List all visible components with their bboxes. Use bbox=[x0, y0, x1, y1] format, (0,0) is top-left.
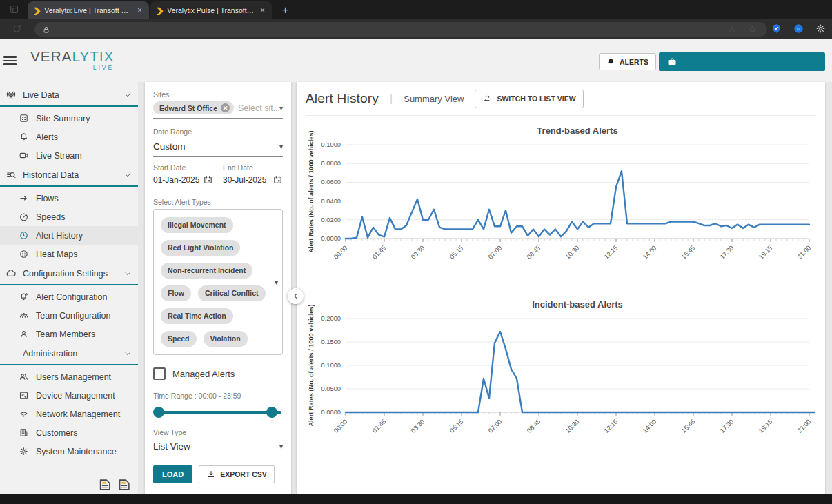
sidebar-item-alert-history[interactable]: Alert History bbox=[0, 226, 138, 245]
favorites-star-icon[interactable] bbox=[747, 24, 757, 34]
c-extension-icon[interactable]: c bbox=[793, 23, 804, 34]
flows-icon bbox=[19, 193, 29, 203]
sidebar-item-team-configuration[interactable]: Team Configuration bbox=[0, 306, 138, 325]
svg-text:19:15: 19:15 bbox=[757, 418, 774, 434]
briefcase-icon bbox=[667, 57, 677, 67]
sidebar-item-speeds[interactable]: Speeds bbox=[0, 208, 138, 226]
sidebar-section-label: Live Data bbox=[23, 90, 117, 100]
sidebar-section-administration[interactable]: Administration bbox=[0, 343, 138, 364]
sidebar-item-alert-configuration[interactable]: Alert Configuration bbox=[0, 288, 138, 306]
svg-text:21:00: 21:00 bbox=[796, 418, 813, 434]
sites-select[interactable]: Edward St Office ✕ Select sit... ▾ bbox=[153, 101, 283, 119]
sidebar-item-live-stream[interactable]: Live Stream bbox=[0, 146, 138, 165]
sites-placeholder: Select sit... bbox=[238, 103, 279, 113]
slider-handle-start[interactable] bbox=[153, 407, 164, 418]
view-type-label: View Type bbox=[153, 428, 283, 436]
sidebar-item-customers[interactable]: Customers bbox=[0, 423, 138, 442]
sidebar-item-device-management[interactable]: Device Management bbox=[0, 386, 138, 405]
slider-handle-end[interactable] bbox=[266, 407, 277, 418]
sidebar-item-label: Flows bbox=[36, 194, 59, 203]
chevron-down-icon[interactable]: ▾ bbox=[275, 279, 278, 286]
sidebar-section-configuration-settings[interactable]: Configuration Settings bbox=[0, 263, 138, 284]
svg-text:08:45: 08:45 bbox=[526, 418, 542, 434]
sidebar-item-heat-maps[interactable]: Heat Maps bbox=[0, 245, 138, 263]
sidebar-item-label: Alert Configuration bbox=[36, 292, 108, 302]
collapse-panel-button[interactable] bbox=[288, 288, 304, 304]
date-range-select[interactable]: Custom ▾ bbox=[153, 139, 283, 157]
sidebar-item-users-management[interactable]: Users Management bbox=[0, 367, 138, 386]
sidebar-item-label: Team Configuration bbox=[36, 311, 110, 321]
start-date-field[interactable]: 01-Jan-2025 bbox=[153, 174, 213, 188]
end-date-field[interactable]: 30-Jul-2025 bbox=[223, 174, 283, 188]
tab-close-icon[interactable]: × bbox=[259, 6, 266, 15]
svg-text:10:30: 10:30 bbox=[564, 244, 581, 261]
site-summary-icon bbox=[19, 113, 29, 123]
chevron-down-icon: ▾ bbox=[279, 104, 283, 112]
chart-title: Trend-based Alerts bbox=[346, 125, 809, 139]
tab-workspaces-icon[interactable] bbox=[8, 3, 20, 15]
chevron-down-icon bbox=[123, 349, 132, 359]
export-csv-button[interactable]: EXPORT CSV bbox=[199, 465, 275, 483]
shield-extension-icon[interactable] bbox=[771, 23, 782, 34]
sidebar-item-label: Live Stream bbox=[36, 151, 82, 161]
sim-card-icon[interactable] bbox=[97, 477, 112, 492]
sidebar-section-label: Configuration Settings bbox=[23, 269, 117, 279]
slider-track[interactable] bbox=[155, 411, 281, 414]
sidebar-item-network-management[interactable]: Network Management bbox=[0, 405, 138, 423]
network-management-icon bbox=[19, 409, 29, 419]
remove-site-icon[interactable]: ✕ bbox=[221, 103, 230, 112]
alert-type-chip-flow[interactable]: Flow bbox=[161, 285, 191, 301]
alert-type-chip-speed[interactable]: Speed bbox=[161, 331, 197, 347]
sidebar-item-label: Customers bbox=[36, 428, 77, 438]
view-mode-label: Summary View bbox=[404, 94, 464, 104]
sidebar-item-site-summary[interactable]: Site Summary bbox=[0, 109, 138, 128]
section-underline bbox=[0, 185, 138, 187]
sidebar-item-alerts[interactable]: Alerts bbox=[0, 128, 138, 146]
svg-text:15:45: 15:45 bbox=[680, 418, 697, 434]
sidebar-item-label: Device Management bbox=[36, 391, 115, 401]
users-management-icon bbox=[19, 372, 29, 382]
alert-type-chip-real-time-action[interactable]: Real Time Action bbox=[161, 308, 233, 324]
browser-tab[interactable]: ❯Veralytix Live | Transoft Solutions× bbox=[28, 1, 149, 19]
address-bar[interactable] bbox=[34, 22, 767, 37]
svg-text:14:00: 14:00 bbox=[642, 244, 658, 261]
hamburger-menu-icon[interactable] bbox=[3, 56, 17, 68]
view-type-select[interactable]: List View ▾ bbox=[153, 439, 283, 456]
svg-text:01:45: 01:45 bbox=[371, 244, 388, 261]
sidebar-item-flows[interactable]: Flows bbox=[0, 189, 138, 208]
sim-card-icon[interactable] bbox=[117, 477, 132, 492]
configuration-settings-icon bbox=[6, 268, 17, 279]
alert-type-chip-red-light-violation[interactable]: Red Light Violation bbox=[161, 240, 240, 256]
managed-alerts-checkbox[interactable] bbox=[153, 367, 166, 380]
workspace-teal-button[interactable] bbox=[659, 52, 825, 71]
refresh-icon[interactable] bbox=[11, 23, 23, 34]
switch-to-list-view-button[interactable]: SWITCH TO LIST VIEW bbox=[475, 90, 583, 108]
administration-icon bbox=[6, 348, 17, 359]
sidebar-section-live-data[interactable]: Live Data bbox=[0, 85, 138, 105]
svg-text:0.0000: 0.0000 bbox=[321, 409, 341, 416]
chevron-down-icon: ▾ bbox=[279, 443, 283, 450]
calendar-icon[interactable] bbox=[203, 174, 213, 185]
load-button[interactable]: LOAD bbox=[153, 465, 192, 483]
svg-text:05:15: 05:15 bbox=[448, 244, 465, 261]
calendar-icon[interactable] bbox=[273, 174, 283, 185]
svg-text:0.1500: 0.1500 bbox=[321, 339, 341, 345]
alert-type-chip-non-recurrent-incident[interactable]: Non-recurrent Incident bbox=[161, 263, 252, 279]
transoft-favicon-icon: ❯ bbox=[155, 6, 164, 15]
alerts-button[interactable]: ALERTS bbox=[599, 53, 656, 70]
browser-settings-icon[interactable] bbox=[815, 23, 826, 34]
sidebar-item-system-maintenance[interactable]: System Maintenance bbox=[0, 442, 138, 461]
new-tab-button[interactable]: + bbox=[282, 4, 288, 17]
alert-type-chip-illegal-movement[interactable]: Illegal Movement bbox=[161, 217, 233, 233]
alert-type-chip-violation[interactable]: Violation bbox=[204, 331, 248, 347]
sidebar-item-team-members[interactable]: Team Members bbox=[0, 325, 138, 343]
svg-text:00:00: 00:00 bbox=[333, 418, 349, 434]
chevron-down-icon bbox=[123, 170, 132, 180]
read-aloud-icon[interactable] bbox=[727, 24, 737, 34]
alert-type-chip-critical-conflict[interactable]: Critical Conflict bbox=[198, 285, 266, 301]
tab-close-icon[interactable]: × bbox=[136, 6, 143, 15]
svg-text:03:30: 03:30 bbox=[410, 244, 426, 261]
sidebar-section-historical-data[interactable]: Historical Data bbox=[0, 165, 138, 185]
tab-title: Veralytix Live | Transoft Solutions bbox=[44, 6, 132, 14]
browser-tab[interactable]: ❯Veralytix Pulse | Transoft Solution× bbox=[150, 1, 272, 19]
